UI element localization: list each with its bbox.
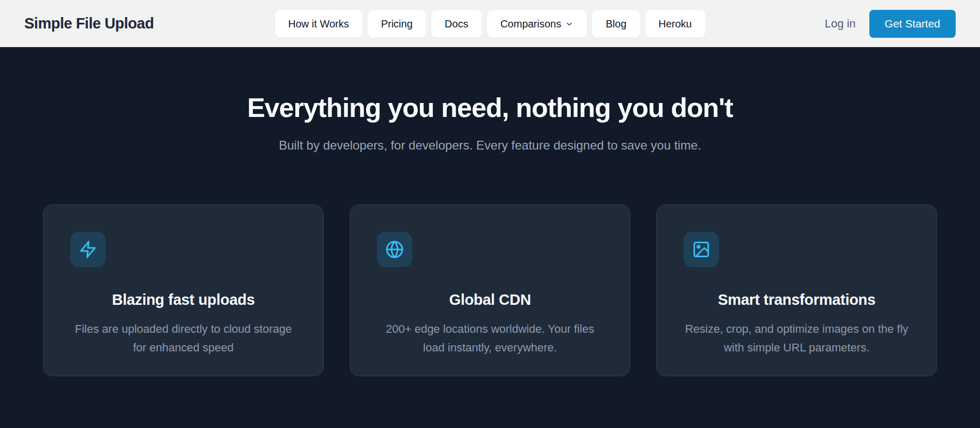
feature-description: Files are uploaded directly to cloud sto… [70, 320, 296, 357]
nav-heroku[interactable]: Heroku [645, 10, 705, 37]
feature-card-blazing-fast-uploads: Blazing fast uploads Files are uploaded … [43, 204, 324, 376]
get-started-button[interactable]: Get Started [869, 10, 956, 38]
feature-title: Blazing fast uploads [70, 291, 296, 308]
nav-docs[interactable]: Docs [431, 10, 482, 37]
features-grid: Blazing fast uploads Files are uploaded … [43, 204, 937, 376]
nav-how-it-works[interactable]: How it Works [275, 10, 362, 37]
header-actions: Log in Get Started [825, 10, 956, 38]
image-icon [692, 240, 711, 259]
nav-blog[interactable]: Blog [592, 10, 640, 37]
feature-title: Smart transformations [684, 291, 910, 308]
feature-card-global-cdn: Global CDN 200+ edge locations worldwide… [350, 204, 630, 376]
globe-icon [385, 240, 404, 259]
nav-pricing-label: Pricing [381, 18, 413, 29]
header: Simple File Upload How it Works Pricing … [0, 0, 980, 47]
feature-icon-tile [377, 232, 412, 267]
feature-icon-tile [70, 232, 105, 267]
main-nav: How it Works Pricing Docs Comparisons Bl… [275, 10, 705, 37]
hero-section: Everything you need, nothing you don't B… [0, 47, 980, 376]
hero-title: Everything you need, nothing you don't [0, 93, 980, 124]
feature-description: 200+ edge locations worldwide. Your file… [377, 320, 603, 357]
feature-card-smart-transformations: Smart transformations Resize, crop, and … [656, 204, 937, 376]
chevron-down-icon [565, 20, 574, 28]
nav-blog-label: Blog [606, 18, 626, 29]
logo[interactable]: Simple File Upload [24, 15, 154, 32]
feature-icon-tile [684, 232, 719, 267]
nav-heroku-label: Heroku [658, 18, 691, 29]
nav-comparisons[interactable]: Comparisons [487, 10, 587, 37]
feature-title: Global CDN [377, 291, 603, 308]
nav-comparisons-label: Comparisons [500, 18, 561, 29]
nav-how-it-works-label: How it Works [288, 18, 349, 29]
login-link[interactable]: Log in [825, 17, 856, 31]
feature-description: Resize, crop, and optimize images on the… [684, 320, 910, 357]
nav-pricing[interactable]: Pricing [368, 10, 426, 37]
lightning-bolt-icon [79, 240, 97, 259]
nav-docs-label: Docs [445, 18, 469, 29]
hero-subtitle: Built by developers, for developers. Eve… [0, 138, 980, 153]
